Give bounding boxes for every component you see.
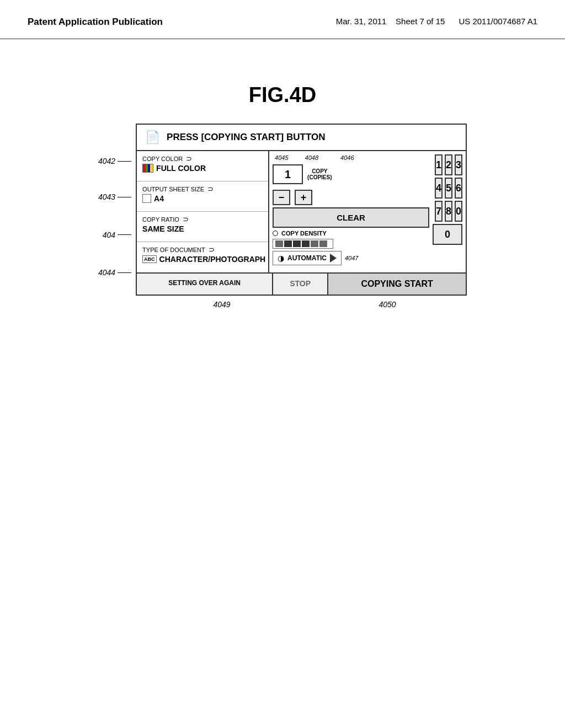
a4-checkbox-icon <box>142 194 151 203</box>
right-area: 4045 4048 4046 1 COPY(COPIES) − + <box>269 151 466 272</box>
output-sheet-value: A4 <box>142 194 263 203</box>
auto-left-icon: ◑ <box>278 254 284 263</box>
ref-4042: 4042 <box>98 157 115 166</box>
ref-4044: 4044 <box>98 268 115 277</box>
panel-container: 4042 4043 404 4044 📄 PRESS [COPYING STAR… <box>0 124 565 296</box>
copy-ratio-row[interactable]: COPY RATIO ⊃ SAME SIZE <box>137 212 268 242</box>
figure-title: FIG.4D <box>0 83 565 107</box>
type-of-document-value: ABC CHARACTER/PHOTOGRAPH <box>142 255 263 264</box>
ref-404: 404 <box>103 231 115 240</box>
zero-row: 0 <box>433 224 462 245</box>
num-3-button[interactable]: 3 <box>455 154 462 175</box>
num-1-button[interactable]: 1 <box>435 154 443 175</box>
ref-4045-label: 4045 <box>275 154 288 161</box>
copy-label: COPY(COPIES) <box>307 168 332 180</box>
setting-over-again-button[interactable]: SETTING OVER AGAIN <box>137 274 273 295</box>
top-refs: 4045 4048 4046 <box>275 154 429 161</box>
plus-minus-row: − + <box>273 190 429 205</box>
num-0b-button[interactable]: 0 <box>433 224 462 245</box>
density-seg-1 <box>275 240 283 247</box>
copy-color-row[interactable]: COPY COLOR ⊃ FULL COLOR <box>137 151 268 181</box>
content-area: COPY COLOR ⊃ FULL COLOR OUTPUT SHEET SIZ… <box>137 151 466 272</box>
density-circle-icon <box>273 231 278 236</box>
copy-density-row: COPY DENSITY <box>273 230 429 237</box>
num-8-button[interactable]: 8 <box>445 201 452 222</box>
ref-4046-label: 4046 <box>340 154 354 161</box>
bottom-row: SETTING OVER AGAIN STOP COPYING START <box>137 272 466 295</box>
num-7-button[interactable]: 7 <box>435 201 443 222</box>
copy-density-label: COPY DENSITY <box>281 230 327 237</box>
type-of-document-row[interactable]: TYPE OF DOCUMENT ⊃ ABC CHARACTER/PHOTOGR… <box>137 242 268 272</box>
copy-count-display: 1 <box>273 164 303 184</box>
ref-4049-bottom: 4049 <box>213 300 230 309</box>
type-of-document-label: TYPE OF DOCUMENT ⊃ <box>142 245 263 254</box>
abc-icon: ABC <box>142 255 157 263</box>
left-annotations: 4042 4043 404 4044 <box>98 157 131 277</box>
bottom-ref-labels: 4049 4050 <box>0 300 565 309</box>
ref-4050-bottom: 4050 <box>379 300 396 309</box>
output-sheet-size-row[interactable]: OUTPUT SHEET SIZE ⊃ A4 <box>137 181 268 212</box>
copying-start-button[interactable]: COPYING START <box>328 274 466 295</box>
automatic-label: AUTOMATIC <box>287 254 327 262</box>
main-panel: 📄 PRESS [COPYING START] BUTTON COPY COLO… <box>136 124 467 296</box>
numpad-container: 1 2 3 4 5 6 7 8 0 0 <box>433 154 462 269</box>
density-slider[interactable] <box>273 239 333 249</box>
patent-title: Patent Application Publication <box>28 17 163 28</box>
density-seg-4 <box>302 240 310 247</box>
numpad: 1 2 3 4 5 6 7 8 0 <box>435 154 462 222</box>
type-doc-arrow-icon: ⊃ <box>209 245 215 254</box>
num-4-button[interactable]: 4 <box>435 178 443 199</box>
copy-ratio-arrow-icon: ⊃ <box>183 215 189 223</box>
copy-ratio-label: COPY RATIO ⊃ <box>142 215 263 223</box>
full-color-icon <box>142 164 153 173</box>
auto-right-icon <box>330 254 337 263</box>
copy-ratio-value: SAME SIZE <box>142 224 263 233</box>
density-seg-6 <box>319 240 327 247</box>
density-seg-5 <box>311 240 318 247</box>
automatic-row[interactable]: ◑ AUTOMATIC <box>273 251 342 265</box>
plus-button[interactable]: + <box>295 190 312 205</box>
num-2-button[interactable]: 2 <box>445 154 452 175</box>
density-seg-2 <box>284 240 292 247</box>
ref-4043: 4043 <box>98 192 115 202</box>
output-sheet-label: OUTPUT SHEET SIZE ⊃ <box>142 185 263 193</box>
num-5-button[interactable]: 5 <box>445 178 452 199</box>
automatic-container: ◑ AUTOMATIC 4047 <box>273 251 429 265</box>
patent-meta: Mar. 31, 2011 Sheet 7 of 15 US 2011/0074… <box>336 17 537 26</box>
ref-4047-label: 4047 <box>345 255 358 261</box>
sheet-size-arrow-icon: ⊃ <box>207 185 214 193</box>
copy-color-label: COPY COLOR ⊃ <box>142 154 263 163</box>
minus-button[interactable]: − <box>273 190 290 205</box>
patent-header: Patent Application Publication Mar. 31, … <box>0 0 565 39</box>
copy-count-area: 1 COPY(COPIES) <box>273 164 429 184</box>
document-icon: 📄 <box>145 130 160 144</box>
clear-button[interactable]: CLEAR <box>273 207 429 228</box>
density-seg-3 <box>293 240 301 247</box>
copy-color-arrow-icon: ⊃ <box>186 154 192 163</box>
stop-button[interactable]: STOP <box>273 274 328 295</box>
ref-4048-label: 4048 <box>305 154 318 161</box>
num-0a-button[interactable]: 0 <box>455 201 462 222</box>
status-bar: 📄 PRESS [COPYING START] BUTTON <box>137 125 466 151</box>
copy-color-value: FULL COLOR <box>142 164 263 173</box>
num-6-button[interactable]: 6 <box>455 178 462 199</box>
middle-controls: 4045 4048 4046 1 COPY(COPIES) − + <box>273 154 429 269</box>
status-text: PRESS [COPYING START] BUTTON <box>167 132 325 143</box>
settings-column: COPY COLOR ⊃ FULL COLOR OUTPUT SHEET SIZ… <box>137 151 269 272</box>
